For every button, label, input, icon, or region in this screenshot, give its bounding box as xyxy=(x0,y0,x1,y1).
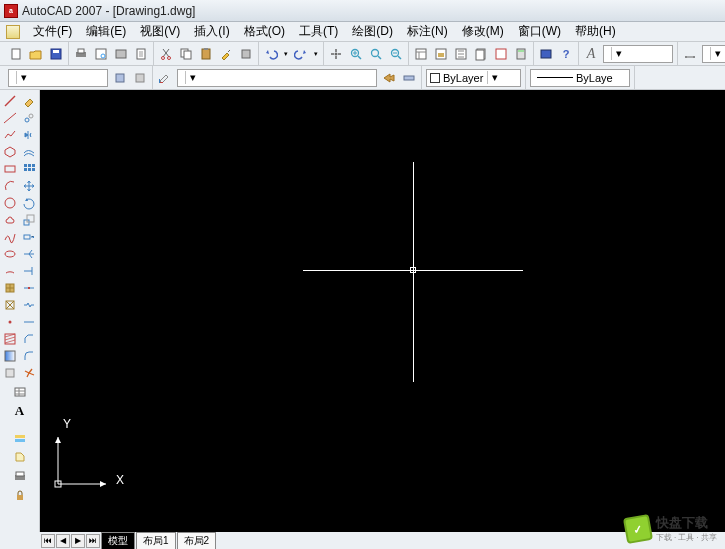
circle-tool[interactable] xyxy=(2,194,19,211)
layer-dropdown[interactable]: ▾ xyxy=(177,69,377,87)
revision-cloud-tool[interactable] xyxy=(2,211,19,228)
layer-previous-button[interactable] xyxy=(131,69,149,87)
drawing-canvas[interactable]: Y X xyxy=(40,90,725,533)
design-center-button[interactable] xyxy=(432,45,450,63)
move-tool[interactable] xyxy=(21,177,38,194)
menu-format[interactable]: 格式(O) xyxy=(237,21,292,42)
redo-dropdown[interactable]: ▾ xyxy=(312,45,320,63)
cut-button[interactable] xyxy=(157,45,175,63)
menu-help[interactable]: 帮助(H) xyxy=(568,21,623,42)
ucs-y-label: Y xyxy=(63,417,71,431)
open-file-button[interactable] xyxy=(27,45,45,63)
zoom-realtime-button[interactable] xyxy=(347,45,365,63)
insert-block-tool[interactable] xyxy=(2,279,19,296)
menu-dimension[interactable]: 标注(N) xyxy=(400,21,455,42)
chamfer-tool[interactable] xyxy=(21,330,38,347)
temporary-tracking-tool[interactable] xyxy=(11,429,28,446)
menu-insert[interactable]: 插入(I) xyxy=(187,21,236,42)
polygon-tool[interactable] xyxy=(2,143,19,160)
break-at-point-tool[interactable] xyxy=(21,279,38,296)
stretch-tool[interactable] xyxy=(21,228,38,245)
line-tool[interactable] xyxy=(2,92,19,109)
gradient-tool[interactable] xyxy=(2,347,19,364)
quickcalc-button[interactable] xyxy=(512,45,530,63)
polyline-tool[interactable] xyxy=(2,126,19,143)
color-dropdown[interactable]: ByLayer ▾ xyxy=(426,69,521,87)
rotate-tool[interactable] xyxy=(21,194,38,211)
tab-layout1[interactable]: 布局1 xyxy=(136,532,176,549)
layer-properties-button[interactable] xyxy=(156,69,174,87)
print-preview-button[interactable] xyxy=(92,45,110,63)
arc-tool[interactable] xyxy=(2,177,19,194)
undo-dropdown[interactable]: ▾ xyxy=(282,45,290,63)
ellipse-arc-tool[interactable] xyxy=(2,262,19,279)
tab-nav-prev[interactable]: ◀ xyxy=(56,534,70,548)
hatch-tool[interactable] xyxy=(2,330,19,347)
undo-button[interactable] xyxy=(262,45,280,63)
menu-edit[interactable]: 编辑(E) xyxy=(79,21,133,42)
layer-state-dropdown[interactable]: ▾ xyxy=(8,69,108,87)
extend-tool[interactable] xyxy=(21,262,38,279)
new-file-button[interactable] xyxy=(7,45,25,63)
make-block-tool[interactable] xyxy=(2,296,19,313)
region-tool[interactable] xyxy=(2,364,19,381)
menu-draw[interactable]: 绘图(D) xyxy=(345,21,400,42)
publish-button[interactable] xyxy=(112,45,130,63)
menu-modify[interactable]: 修改(M) xyxy=(455,21,511,42)
explode-tool[interactable] xyxy=(21,364,38,381)
point-tool[interactable] xyxy=(2,313,19,330)
snap-from-tool[interactable] xyxy=(11,448,28,465)
block-editor-button[interactable] xyxy=(237,45,255,63)
help-button[interactable]: ? xyxy=(557,45,575,63)
zoom-window-button[interactable] xyxy=(367,45,385,63)
linetype-dropdown[interactable]: ByLaye xyxy=(530,69,630,87)
print-button[interactable] xyxy=(72,45,90,63)
paste-button[interactable] xyxy=(197,45,215,63)
save-button[interactable] xyxy=(47,45,65,63)
menu-view[interactable]: 视图(V) xyxy=(133,21,187,42)
tab-model[interactable]: 模型 xyxy=(101,532,135,549)
table-tool[interactable] xyxy=(11,383,28,400)
menu-window[interactable]: 窗口(W) xyxy=(511,21,568,42)
lock-toolbar-button[interactable] xyxy=(11,486,28,503)
copy-button[interactable] xyxy=(177,45,195,63)
break-tool[interactable] xyxy=(21,296,38,313)
text-style-dropdown[interactable]: ▾ xyxy=(603,45,673,63)
clean-screen-button[interactable] xyxy=(537,45,555,63)
tool-palettes-button[interactable] xyxy=(452,45,470,63)
plot-button[interactable] xyxy=(132,45,150,63)
properties-button[interactable] xyxy=(412,45,430,63)
copy-object-tool[interactable] xyxy=(21,109,38,126)
redo-button[interactable] xyxy=(292,45,310,63)
menu-file[interactable]: 文件(F) xyxy=(26,21,79,42)
match-properties-button[interactable] xyxy=(217,45,235,63)
sheet-set-button[interactable] xyxy=(472,45,490,63)
tab-nav-first[interactable]: ⏮ xyxy=(41,534,55,548)
tab-nav-last[interactable]: ⏭ xyxy=(86,534,100,548)
pan-realtime-button[interactable] xyxy=(327,45,345,63)
spline-tool[interactable] xyxy=(2,228,19,245)
layer-filter-button[interactable] xyxy=(111,69,129,87)
svg-point-16 xyxy=(335,52,338,55)
layer-match-button[interactable] xyxy=(400,69,418,87)
multiline-text-tool[interactable]: A xyxy=(11,402,28,419)
tab-nav-next[interactable]: ▶ xyxy=(71,534,85,548)
ellipse-tool[interactable] xyxy=(2,245,19,262)
join-tool[interactable] xyxy=(21,313,38,330)
markup-button[interactable] xyxy=(492,45,510,63)
array-tool[interactable] xyxy=(21,160,38,177)
scale-tool[interactable] xyxy=(21,211,38,228)
erase-tool[interactable] xyxy=(21,92,38,109)
mirror-tool[interactable] xyxy=(21,126,38,143)
workspace-button[interactable] xyxy=(11,467,28,484)
dim-style-dropdown[interactable]: ▾ xyxy=(702,45,725,63)
construction-line-tool[interactable] xyxy=(2,109,19,126)
make-current-button[interactable] xyxy=(380,69,398,87)
trim-tool[interactable] xyxy=(21,245,38,262)
tab-layout2[interactable]: 布局2 xyxy=(177,532,217,549)
zoom-previous-button[interactable] xyxy=(387,45,405,63)
offset-tool[interactable] xyxy=(21,143,38,160)
rectangle-tool[interactable] xyxy=(2,160,19,177)
menu-tools[interactable]: 工具(T) xyxy=(292,21,345,42)
fillet-tool[interactable] xyxy=(21,347,38,364)
